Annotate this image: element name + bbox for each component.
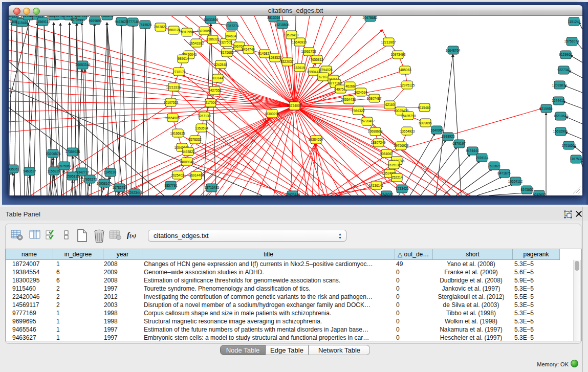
- svg-text:8912954: 8912954: [181, 30, 194, 34]
- svg-text:20206576: 20206576: [46, 152, 61, 156]
- svg-text:9084067: 9084067: [380, 152, 393, 156]
- svg-text:3267130: 3267130: [198, 114, 211, 118]
- svg-text:7625402: 7625402: [171, 173, 184, 177]
- svg-text:12093872: 12093872: [552, 83, 567, 87]
- svg-text:46266: 46266: [345, 84, 355, 88]
- svg-text:18807249: 18807249: [371, 141, 386, 144]
- svg-text:19384554: 19384554: [309, 138, 323, 141]
- svg-text:19218506: 19218506: [275, 23, 290, 27]
- svg-text:9245052: 9245052: [380, 193, 394, 195]
- svg-text:12213967: 12213967: [381, 40, 396, 44]
- svg-text:9465546: 9465546: [100, 16, 114, 17]
- svg-text:1353594: 1353594: [195, 126, 208, 130]
- svg-text:16648764: 16648764: [446, 49, 461, 52]
- svg-text:7485063: 7485063: [398, 68, 411, 72]
- svg-text:13654923: 13654923: [400, 129, 415, 133]
- svg-text:9227342: 9227342: [557, 68, 571, 72]
- svg-text:20364436: 20364436: [341, 98, 356, 101]
- svg-text:7515526: 7515526: [139, 23, 152, 27]
- svg-text:16033809: 16033809: [204, 18, 219, 21]
- svg-text:12213331: 12213331: [166, 85, 181, 89]
- svg-text:9777169: 9777169: [329, 81, 342, 85]
- svg-text:15692991: 15692991: [553, 129, 568, 133]
- svg-text:10958107: 10958107: [97, 182, 112, 185]
- svg-text:7986322: 7986322: [352, 109, 365, 113]
- svg-text:3624534: 3624534: [354, 91, 367, 94]
- svg-text:1435061: 1435061: [9, 167, 19, 171]
- svg-text:1156829: 1156829: [48, 169, 60, 173]
- svg-text:3493822: 3493822: [182, 150, 195, 154]
- svg-text:9794028: 9794028: [319, 68, 333, 72]
- svg-text:3175685: 3175685: [221, 51, 234, 54]
- svg-text:8454749: 8454749: [242, 48, 255, 51]
- svg-text:2935114: 2935114: [476, 156, 489, 160]
- svg-text:9660124: 9660124: [167, 28, 181, 32]
- svg-text:7663822: 7663822: [154, 25, 167, 29]
- svg-text:12923448: 12923448: [128, 191, 143, 194]
- svg-text:3215955: 3215955: [539, 107, 553, 111]
- svg-text:1615132: 1615132: [387, 163, 401, 167]
- svg-text:16543382: 16543382: [189, 41, 204, 45]
- svg-text:1244415: 1244415: [552, 99, 565, 102]
- svg-text:9699695: 9699695: [89, 19, 102, 23]
- svg-text:9245652: 9245652: [520, 188, 534, 191]
- svg-text:18724007: 18724007: [287, 104, 302, 107]
- svg-text:2595135: 2595135: [66, 174, 79, 178]
- svg-text:16210643: 16210643: [554, 114, 569, 118]
- svg-text:17016504: 17016504: [562, 144, 577, 147]
- svg-text:9245652: 9245652: [533, 193, 546, 195]
- svg-text:803144: 803144: [212, 76, 223, 80]
- svg-text:9115460: 9115460: [16, 21, 29, 25]
- svg-text:17359924: 17359924: [66, 150, 80, 154]
- svg-text:16640910: 16640910: [292, 40, 307, 44]
- svg-text:7357274: 7357274: [226, 24, 239, 28]
- svg-text:9777169: 9777169: [126, 20, 140, 24]
- svg-text:12975125: 12975125: [400, 83, 415, 87]
- svg-text:10671355: 10671355: [75, 16, 90, 17]
- svg-text:7655812: 7655812: [310, 58, 323, 61]
- svg-text:9474444: 9474444: [466, 149, 479, 152]
- svg-text:8471676: 8471676: [497, 171, 511, 175]
- svg-text:14136141: 14136141: [369, 184, 384, 187]
- svg-text:1167534: 1167534: [570, 157, 582, 161]
- svg-text:6879197: 6879197: [452, 142, 466, 145]
- svg-text:2242848: 2242848: [214, 63, 227, 67]
- svg-text:8186323: 8186323: [206, 37, 220, 41]
- svg-text:19654985: 19654985: [165, 116, 180, 120]
- svg-text:162615: 162615: [294, 66, 305, 70]
- svg-text:15720407: 15720407: [360, 119, 375, 123]
- svg-text:1588520: 1588520: [269, 56, 282, 59]
- svg-text:10807487: 10807487: [367, 97, 382, 100]
- svg-text:13525419: 13525419: [284, 33, 299, 37]
- svg-text:8938923: 8938923: [442, 135, 455, 138]
- svg-text:20478682: 20478682: [363, 16, 378, 19]
- svg-text:5578332: 5578332: [188, 138, 202, 141]
- svg-text:9146821: 9146821: [258, 52, 271, 55]
- svg-text:252214: 252214: [391, 176, 403, 179]
- svg-text:8322037: 8322037: [280, 60, 294, 63]
- svg-text:8813054: 8813054: [267, 16, 280, 19]
- svg-text:9427552: 9427552: [208, 89, 222, 92]
- svg-text:9129966: 9129966: [559, 53, 572, 56]
- svg-text:217006: 217006: [205, 101, 216, 104]
- svg-text:9857791: 9857791: [164, 184, 178, 187]
- svg-text:14009948: 14009948: [180, 160, 194, 164]
- svg-text:1733426: 1733426: [396, 187, 409, 190]
- svg-text:62160: 62160: [385, 103, 395, 106]
- svg-text:154634: 154634: [225, 34, 236, 38]
- svg-text:19166825: 19166825: [170, 132, 185, 135]
- svg-text:10973493: 10973493: [391, 53, 406, 56]
- svg-text:989614: 989614: [178, 57, 189, 60]
- svg-text:9463627: 9463627: [23, 169, 36, 173]
- svg-text:1640954: 1640954: [430, 128, 444, 132]
- svg-text:9463627: 9463627: [115, 20, 128, 24]
- svg-text:6089695: 6089695: [419, 121, 432, 125]
- svg-text:2718176: 2718176: [172, 70, 186, 74]
- svg-text:26053346: 26053346: [76, 63, 91, 67]
- svg-text:16961758: 16961758: [301, 50, 316, 53]
- svg-text:9115460: 9115460: [418, 106, 431, 110]
- svg-text:7632621: 7632621: [488, 164, 501, 168]
- svg-text:12923448: 12923448: [286, 193, 300, 195]
- svg-text:16782759: 16782759: [113, 186, 127, 189]
- svg-text:10654112: 10654112: [508, 180, 523, 183]
